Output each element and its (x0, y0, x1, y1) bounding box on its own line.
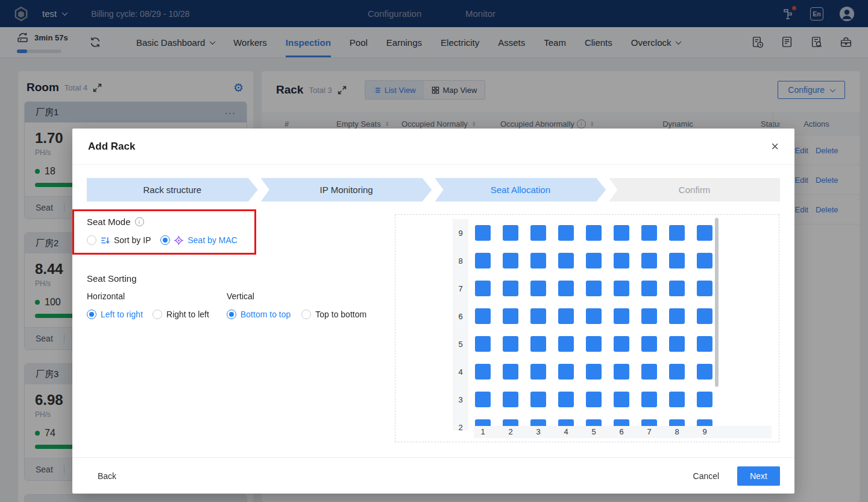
seat-row: 3 (395, 386, 773, 413)
modal-title: Add Rack (88, 141, 135, 153)
seat[interactable] (530, 225, 546, 241)
option-bottom-to-top[interactable]: Bottom to top (227, 310, 291, 319)
seat[interactable] (558, 392, 574, 407)
seat[interactable] (697, 225, 712, 241)
seat[interactable] (530, 253, 546, 268)
cancel-button[interactable]: Cancel (693, 471, 720, 481)
radio-selected[interactable] (227, 310, 236, 319)
seat[interactable] (586, 364, 602, 380)
seat[interactable] (669, 281, 685, 296)
wizard-steps: Rack structure IP Monitoring Seat Alloca… (87, 178, 780, 202)
vertical-label: Vertical (227, 291, 366, 301)
seat[interactable] (669, 364, 685, 380)
seat-grid-column-labels: 123456789 (474, 426, 772, 438)
seat[interactable] (586, 392, 602, 407)
seat[interactable] (475, 364, 491, 380)
seat[interactable] (586, 308, 602, 324)
seat[interactable] (503, 392, 518, 407)
seat-col-label: 4 (558, 426, 574, 438)
seat[interactable] (503, 225, 518, 241)
annotation-highlight-box (72, 209, 256, 255)
seat[interactable] (475, 253, 491, 268)
seat[interactable] (503, 364, 518, 380)
seat[interactable] (558, 364, 574, 380)
seat[interactable] (697, 364, 712, 380)
seat[interactable] (558, 308, 574, 324)
seat[interactable] (503, 308, 518, 324)
horizontal-group: Horizontal Left to right Right to left (87, 291, 227, 319)
seat[interactable] (641, 281, 657, 296)
seat-col-label: 6 (614, 426, 629, 438)
seat[interactable] (641, 308, 657, 324)
radio-unselected[interactable] (301, 310, 311, 319)
seat-row-label: 6 (453, 302, 468, 330)
seat[interactable] (697, 308, 712, 324)
seat[interactable] (558, 336, 574, 352)
step-seat-allocation[interactable]: Seat Allocation (435, 178, 606, 202)
seat[interactable] (641, 392, 657, 407)
seat[interactable] (669, 225, 685, 241)
seat[interactable] (697, 392, 712, 407)
seat[interactable] (586, 253, 602, 268)
step-rack-structure[interactable]: Rack structure (87, 178, 258, 202)
seat[interactable] (641, 336, 657, 352)
seat[interactable] (503, 336, 518, 352)
seat-grid-scrollbar[interactable] (715, 218, 719, 387)
seat[interactable] (530, 392, 546, 407)
seat[interactable] (614, 253, 629, 268)
radio-selected[interactable] (87, 310, 96, 319)
seat-col-label: 5 (586, 426, 602, 438)
seat[interactable] (697, 281, 712, 296)
seat[interactable] (614, 392, 629, 407)
vertical-group: Vertical Bottom to top Top to bottom (227, 291, 366, 319)
seat[interactable] (503, 281, 518, 296)
seat-col-label: 8 (669, 426, 685, 438)
seat[interactable] (614, 336, 629, 352)
seat[interactable] (641, 253, 657, 268)
option-left-to-right[interactable]: Left to right (87, 310, 143, 319)
seat-row-label: 4 (453, 358, 468, 386)
add-rack-modal: Add Rack × Rack structure IP Monitoring … (72, 129, 794, 494)
step-ip-monitoring[interactable]: IP Monitoring (261, 178, 432, 202)
next-button[interactable]: Next (737, 466, 780, 486)
seat[interactable] (614, 281, 629, 296)
seat[interactable] (614, 308, 629, 324)
seat[interactable] (614, 225, 629, 241)
seat-row-label: 2 (453, 413, 468, 430)
seat[interactable] (503, 253, 518, 268)
seat[interactable] (475, 281, 491, 296)
app-root: test Billing cycle: 08/29 - 10/28 Config… (0, 0, 868, 502)
seat[interactable] (530, 281, 546, 296)
seat[interactable] (586, 225, 602, 241)
seat[interactable] (530, 364, 546, 380)
seat[interactable] (586, 336, 602, 352)
seat[interactable] (669, 308, 685, 324)
back-button[interactable]: Back (98, 471, 116, 481)
seat-sorting-label: Seat Sorting (87, 273, 366, 284)
seat[interactable] (558, 281, 574, 296)
seat[interactable] (697, 336, 712, 352)
seat[interactable] (641, 364, 657, 380)
seat-sorting-section: Seat Sorting Horizontal Left to right Ri… (87, 273, 366, 319)
radio-unselected[interactable] (153, 310, 162, 319)
seat[interactable] (475, 336, 491, 352)
seat-col-label: 7 (641, 426, 657, 438)
seat[interactable] (669, 253, 685, 268)
seat[interactable] (586, 281, 602, 296)
seat[interactable] (641, 225, 657, 241)
option-right-to-left[interactable]: Right to left (153, 310, 209, 319)
seat[interactable] (669, 392, 685, 407)
seat[interactable] (475, 225, 491, 241)
seat[interactable] (558, 253, 574, 268)
seat[interactable] (530, 308, 546, 324)
seat[interactable] (558, 225, 574, 241)
seat[interactable] (697, 253, 712, 268)
step-confirm[interactable]: Confirm (609, 178, 780, 202)
close-icon[interactable]: × (771, 140, 779, 153)
seat[interactable] (614, 364, 629, 380)
seat[interactable] (475, 308, 491, 324)
seat[interactable] (530, 336, 546, 352)
seat[interactable] (475, 392, 491, 407)
seat[interactable] (669, 336, 685, 352)
option-top-to-bottom[interactable]: Top to bottom (301, 310, 366, 319)
